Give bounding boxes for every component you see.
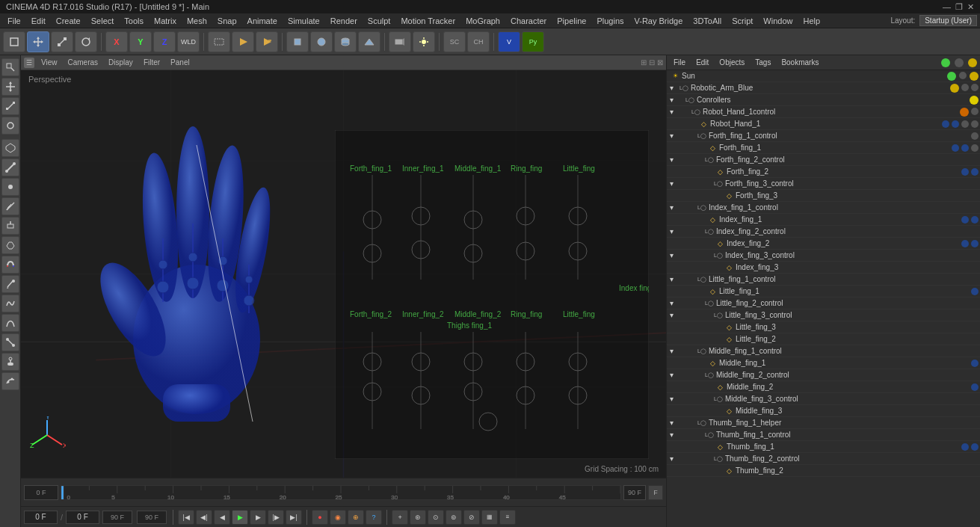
toolbar-scale-tool[interactable] bbox=[51, 31, 73, 52]
viewport-menu-filter[interactable]: Filter bbox=[140, 58, 164, 67]
menu-script[interactable]: Script bbox=[727, 15, 757, 27]
menu-window[interactable]: Window bbox=[759, 15, 797, 27]
viewport-menu-cameras[interactable]: Cameras bbox=[64, 58, 102, 67]
toolbar-python[interactable]: Py bbox=[522, 31, 544, 52]
transport-play[interactable]: ▶ bbox=[232, 510, 248, 525]
obj-item-sun[interactable]: ☀ Sun bbox=[667, 70, 980, 82]
transport-end-frame[interactable]: 90 F bbox=[102, 511, 132, 524]
left-btn-rotate[interactable] bbox=[1, 117, 19, 135]
timeline-fps[interactable]: 90 F bbox=[623, 485, 646, 500]
toolbar-x-axis[interactable]: X bbox=[105, 31, 128, 52]
close-btn[interactable]: ✕ bbox=[967, 2, 974, 12]
left-btn-bevel[interactable] bbox=[1, 236, 19, 254]
transport-grid[interactable]: ▦ bbox=[481, 510, 498, 525]
viewport-menu-view[interactable]: View bbox=[37, 58, 61, 67]
left-btn-magnet[interactable] bbox=[1, 256, 19, 274]
toolbar-vray-logo[interactable]: V bbox=[498, 31, 520, 52]
toolbar-plane[interactable] bbox=[358, 31, 380, 52]
timeline-track[interactable]: 0 5 10 15 20 25 30 35 bbox=[61, 485, 621, 500]
obj-item-middle-1[interactable]: ◇ Middle_fing_1 bbox=[667, 357, 980, 369]
obj-item-little-3-ctrl[interactable]: ▾ L◯ Little_fing_3_control bbox=[667, 309, 980, 321]
menu-character[interactable]: Character bbox=[506, 15, 551, 27]
obj-item-forth-3-ctrl[interactable]: ▾ L◯ Forth_fing_3_control bbox=[667, 178, 980, 190]
menu-sculpt[interactable]: Sculpt bbox=[363, 15, 395, 27]
toolbar-character-tool[interactable]: CH bbox=[467, 31, 490, 52]
menu-vray[interactable]: V-Ray Bridge bbox=[630, 15, 688, 27]
transport-fps-display[interactable]: 90 F bbox=[137, 511, 167, 524]
obj-item-index-2[interactable]: ◇ Index_fing_2 bbox=[667, 238, 980, 250]
obj-item-thumb-1-ctrl[interactable]: ▾ L◯ Thumb_fing_1_control bbox=[667, 429, 980, 441]
timeline-start-field[interactable]: 0 F bbox=[24, 485, 58, 500]
transport-options[interactable]: ⊛ bbox=[410, 510, 426, 525]
menu-create[interactable]: Create bbox=[52, 15, 85, 27]
obj-item-forth-2-ctrl[interactable]: ▾ L◯ Forth_fing_2_control bbox=[667, 154, 980, 166]
left-btn-weight[interactable] bbox=[1, 353, 19, 371]
obj-item-thumb-2[interactable]: ◇ Thumb_fing_2 bbox=[667, 465, 980, 477]
obj-menu-file[interactable]: File bbox=[670, 58, 689, 67]
obj-vis-green[interactable] bbox=[941, 58, 950, 67]
transport-timeline-expand[interactable]: ≡ bbox=[499, 510, 516, 525]
titlebar-controls[interactable]: — ❐ ✕ bbox=[943, 2, 974, 12]
left-btn-knife[interactable] bbox=[1, 197, 19, 215]
transport-prev-frame[interactable]: ◀ bbox=[214, 510, 230, 525]
obj-item-middle-3[interactable]: ◇ Middle_fing_3 bbox=[667, 405, 980, 417]
minimize-btn[interactable]: — bbox=[943, 2, 951, 12]
transport-auto-key[interactable]: ⊕ bbox=[348, 510, 364, 525]
left-btn-point[interactable] bbox=[1, 178, 19, 196]
obj-item-little-1[interactable]: ◇ Little_fing_1 bbox=[667, 286, 980, 298]
left-btn-extrude[interactable] bbox=[1, 217, 19, 235]
obj-item-thumb-1[interactable]: ◇ Thumb_fing_1 bbox=[667, 441, 980, 453]
menu-pipeline[interactable]: Pipeline bbox=[552, 15, 591, 27]
viewport-panel-icon[interactable]: ☰ bbox=[24, 58, 34, 68]
obj-item-little-3[interactable]: ◇ Little_fing_3 bbox=[667, 321, 980, 333]
menu-edit[interactable]: Edit bbox=[27, 15, 50, 27]
left-btn-deform[interactable] bbox=[1, 372, 19, 390]
obj-vis-gray[interactable] bbox=[955, 58, 964, 67]
obj-item-forth-3[interactable]: ◇ Forth_fing_3 bbox=[667, 190, 980, 202]
obj-menu-tags[interactable]: Tags bbox=[751, 58, 774, 67]
obj-sun-vis[interactable] bbox=[947, 72, 956, 81]
left-btn-select[interactable] bbox=[1, 58, 19, 76]
obj-item-middle-2-ctrl[interactable]: ▾ L◯ Middle_fing_2_control bbox=[667, 369, 980, 381]
obj-item-thumb-2-ctrl[interactable]: ▾ L◯ Thumb_fing_2_control bbox=[667, 453, 980, 465]
menu-simulate[interactable]: Simulate bbox=[283, 15, 324, 27]
toolbar-z-axis[interactable]: Z bbox=[153, 31, 176, 52]
left-btn-spline[interactable] bbox=[1, 314, 19, 332]
obj-item-index-3[interactable]: ◇ Index_fing_3 bbox=[667, 262, 980, 274]
menu-select[interactable]: Select bbox=[87, 15, 119, 27]
obj-menu-objects[interactable]: Objects bbox=[715, 58, 748, 67]
toolbar-rotate-tool[interactable] bbox=[75, 31, 97, 52]
transport-next-key[interactable]: |▶ bbox=[268, 510, 284, 525]
obj-item-controllers[interactable]: ▾ L◯ Conrollers bbox=[667, 94, 980, 106]
obj-item-robot-hand-control[interactable]: ▾ L◯ Robot_Hand_1control bbox=[667, 106, 980, 118]
obj-item-index-3-ctrl[interactable]: ▾ L◯ Index_fing_3_control bbox=[667, 250, 980, 262]
toolbar-render[interactable] bbox=[232, 31, 254, 52]
obj-item-middle-1-ctrl[interactable]: ▾ L◯ Middle_fing_1_control bbox=[667, 345, 980, 357]
left-btn-smooth[interactable] bbox=[1, 295, 19, 312]
obj-item-little-2-ctrl[interactable]: ▾ L◯ Little_fing_2_control bbox=[667, 298, 980, 309]
transport-mode3[interactable]: ⊘ bbox=[463, 510, 480, 525]
left-btn-polygon[interactable] bbox=[1, 139, 19, 157]
obj-menu-edit[interactable]: Edit bbox=[692, 58, 712, 67]
toolbar-render-region[interactable] bbox=[208, 31, 230, 52]
timeline-key-btn[interactable]: F bbox=[648, 485, 663, 500]
toolbar-model-mode[interactable] bbox=[3, 31, 25, 52]
menu-animate[interactable]: Animate bbox=[243, 15, 282, 27]
toolbar-camera[interactable] bbox=[389, 31, 411, 52]
obj-item-little-1-ctrl[interactable]: ▾ L◯ Little_fing_1_control bbox=[667, 274, 980, 286]
obj-item-middle-2[interactable]: ◇ Middle_fing_2 bbox=[667, 381, 980, 393]
toolbar-move-tool[interactable] bbox=[27, 31, 49, 52]
transport-record[interactable]: ● bbox=[312, 510, 328, 525]
obj-item-little-2[interactable]: ◇ Little_fing_2 bbox=[667, 333, 980, 345]
obj-vis-yellow[interactable] bbox=[968, 58, 977, 67]
toolbar-cube[interactable] bbox=[286, 31, 309, 52]
toolbar-sphere[interactable] bbox=[310, 31, 333, 52]
obj-sun-color[interactable] bbox=[970, 72, 979, 81]
left-btn-move[interactable] bbox=[1, 78, 19, 96]
toolbar-render-settings[interactable] bbox=[256, 31, 278, 52]
menu-help[interactable]: Help bbox=[798, 15, 825, 27]
obj-item-robot-hand[interactable]: ◇ Robot_Hand_1 bbox=[667, 118, 980, 130]
transport-motion-record[interactable]: ◉ bbox=[330, 510, 346, 525]
transport-help[interactable]: ? bbox=[366, 510, 382, 525]
menu-3dtoall[interactable]: 3DToAll bbox=[688, 15, 726, 27]
